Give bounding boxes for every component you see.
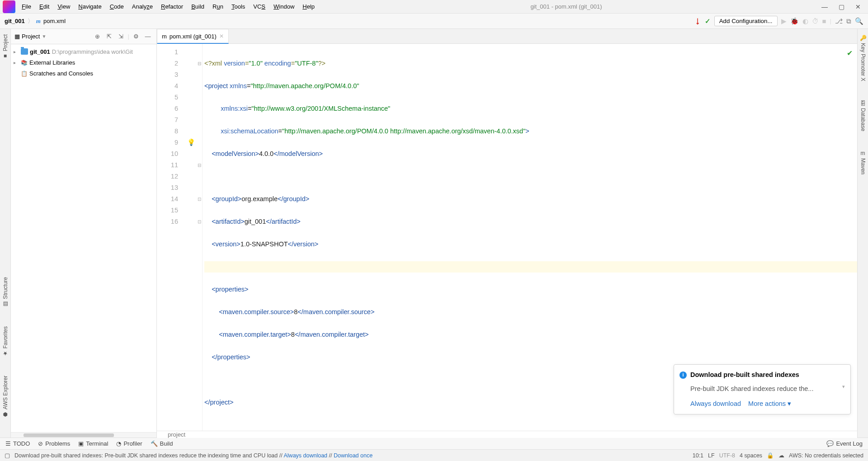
editor-tabs: m pom.xml (git_001) ✕ [157, 29, 857, 44]
minimize-button[interactable]: — [821, 3, 828, 10]
tool-tab-favorites[interactable]: ★ Favorites [1, 324, 9, 359]
aws-status[interactable]: AWS: No credentials selected [789, 452, 863, 459]
tool-tab-build[interactable]: 🔨 Build [151, 440, 173, 447]
tree-scratches[interactable]: Scratches and Consoles [11, 68, 156, 79]
menu-help[interactable]: Help [299, 1, 318, 12]
tool-tab-project[interactable]: ■ Project [1, 32, 9, 62]
profile-icon[interactable]: ⏱ [812, 17, 819, 25]
editor-tab-pom[interactable]: m pom.xml (git_001) ✕ [157, 29, 229, 44]
status-icon[interactable]: ▢ [5, 452, 10, 459]
debug-icon[interactable]: 🐞 [790, 17, 799, 25]
title-bar: File Edit View Navigate Code Analyze Ref… [0, 0, 868, 14]
editor[interactable]: ✔ 1234 5678 9101112 13141516 💡 ⊟ ⊟ ⊡ ⊡ <… [157, 44, 857, 431]
expand-all-icon[interactable]: ⇱ [104, 33, 114, 40]
menu-navigate[interactable]: Navigate [75, 1, 105, 12]
menu-view[interactable]: View [54, 1, 74, 12]
dropdown-icon[interactable]: ▼ [42, 34, 46, 39]
intention-bulb-icon[interactable]: 💡 [186, 137, 196, 148]
notification-body: Pre-built JDK shared indexes reduce the.… [690, 383, 845, 395]
tree-item-label: External Libraries [29, 59, 75, 66]
menu-tools[interactable]: Tools [228, 1, 249, 12]
close-tab-icon[interactable]: ✕ [219, 33, 224, 39]
settings-icon[interactable]: ⚙ [131, 33, 141, 40]
notification-title: Download pre-built shared indexes [690, 369, 799, 381]
tool-tab-terminal[interactable]: ▣ Terminal [78, 440, 108, 447]
stop-icon[interactable]: ■ [822, 17, 826, 25]
window-title: git_001 - pom.xml (git_001) [318, 3, 814, 10]
info-icon: i [679, 372, 687, 379]
left-tool-stripe: ■ Project ▤ Structure ★ Favorites ⬢ AWS … [0, 29, 11, 437]
run-icon[interactable]: ▶ [781, 17, 787, 25]
scratches-icon [21, 70, 28, 77]
menu-file[interactable]: File [18, 1, 35, 12]
lock-icon[interactable]: 🔒 [767, 452, 774, 459]
app-logo-icon [3, 0, 15, 13]
tool-tab-database[interactable]: 🗄 Database [859, 98, 867, 134]
select-opened-file-icon[interactable]: ⊕ [93, 33, 103, 40]
navigation-bar: git_001 〉 m pom.xml ⭣ ✓ Add Configuratio… [0, 14, 868, 29]
line-number-gutter: 1234 5678 9101112 13141516 [157, 44, 186, 431]
tool-tab-profiler[interactable]: ◔ Profiler [116, 440, 142, 447]
tab-label: pom.xml (git_001) [170, 33, 217, 40]
tool-tab-maven[interactable]: m Maven [859, 147, 867, 177]
status-link-once[interactable]: Download once [334, 452, 373, 459]
menu-edit[interactable]: Edit [36, 1, 53, 12]
menu-analyze[interactable]: Analyze [128, 1, 156, 12]
maven-file-icon: m [36, 18, 41, 25]
search-icon[interactable]: 🔍 [855, 17, 863, 25]
breadcrumb-file[interactable]: pom.xml [43, 18, 66, 24]
menu-build[interactable]: Build [188, 1, 208, 12]
tool-tab-event-log[interactable]: 💬 Event Log [826, 440, 863, 447]
hide-icon[interactable]: — [143, 33, 153, 40]
indent-setting[interactable]: 4 spaces [740, 452, 762, 459]
coverage-icon[interactable]: ◐ [802, 17, 808, 25]
expand-arrow-icon[interactable]: ▸ [14, 60, 19, 65]
aws-icon[interactable]: ☁ [778, 452, 784, 459]
line-separator[interactable]: LF [708, 452, 715, 459]
breadcrumb-separator-icon: 〉 [28, 17, 33, 25]
breadcrumb-root[interactable]: git_001 [5, 18, 25, 24]
vcs-update-icon[interactable]: ⭣ [694, 17, 701, 25]
tool-tab-problems[interactable]: ⊘ Problems [38, 440, 70, 447]
tool-tab-key-promoter[interactable]: 🔑 Key Promoter X [859, 32, 867, 84]
menu-window[interactable]: Window [270, 1, 298, 12]
project-tree[interactable]: ▸ git_001 D:\programmings\idea work\Git … [11, 44, 156, 432]
status-bar: ▢ Download pre-built shared indexes: Pre… [0, 449, 868, 461]
expand-arrow-icon[interactable]: ▸ [14, 49, 19, 54]
menu-code[interactable]: Code [106, 1, 127, 12]
file-encoding[interactable]: UTF-8 [719, 452, 735, 459]
search-everywhere-icon[interactable]: ⧉ [846, 17, 851, 25]
status-message: Download pre-built shared indexes: Pre-b… [14, 452, 373, 459]
notification-popup: i Download pre-built shared indexes Pre-… [674, 364, 851, 414]
menu-vcs[interactable]: VCS [250, 1, 269, 12]
tree-root-path: D:\programmings\idea work\Git [52, 48, 133, 55]
project-panel-title[interactable]: Project [22, 33, 40, 40]
menu-run[interactable]: Run [209, 1, 227, 12]
tool-tab-aws-explorer[interactable]: ⬢ AWS Explorer [1, 373, 9, 420]
folder-icon: ▦ [14, 33, 20, 40]
git-branch-icon[interactable]: ⎇ [835, 17, 843, 25]
module-folder-icon [21, 48, 28, 55]
tree-item-label: Scratches and Consoles [29, 70, 93, 77]
notification-action-more[interactable]: More actions ▾ [748, 398, 791, 409]
maximize-button[interactable]: ▢ [839, 3, 844, 10]
tree-external-libraries[interactable]: ▸ External Libraries [11, 57, 156, 68]
tree-root[interactable]: ▸ git_001 D:\programmings\idea work\Git [11, 46, 156, 57]
chevron-down-icon[interactable]: ▾ [842, 381, 845, 392]
breadcrumb-item[interactable]: project [168, 431, 185, 438]
fold-gutter[interactable]: ⊟ ⊟ ⊡ ⊡ [196, 44, 203, 431]
tool-tab-structure[interactable]: ▤ Structure [1, 274, 9, 310]
editor-breadcrumb[interactable]: project [157, 431, 857, 438]
collapse-all-icon[interactable]: ⇲ [116, 33, 126, 40]
status-link-always[interactable]: Always download [283, 452, 327, 459]
notification-action-always-download[interactable]: Always download [690, 398, 741, 409]
menu-refactor[interactable]: Refactor [157, 1, 187, 12]
maven-file-icon: m [162, 33, 167, 40]
caret-position[interactable]: 10:1 [693, 452, 703, 459]
horizontal-scrollbar[interactable] [11, 432, 156, 437]
add-configuration-button[interactable]: Add Configuration... [714, 16, 778, 26]
vcs-commit-icon[interactable]: ✓ [705, 17, 711, 25]
tool-tab-todo[interactable]: ☰ TODO [5, 440, 30, 447]
inspection-ok-icon[interactable]: ✔ [847, 47, 853, 59]
close-button[interactable]: ✕ [855, 3, 861, 10]
